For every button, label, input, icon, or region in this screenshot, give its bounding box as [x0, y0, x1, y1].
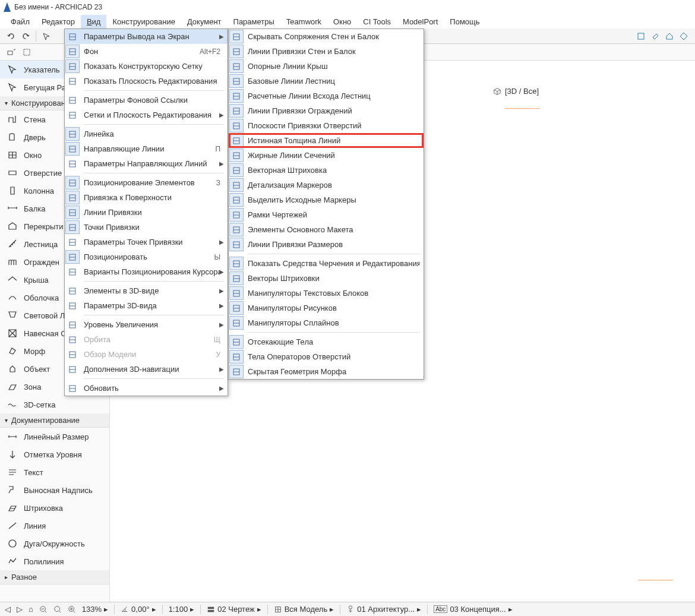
- menu-item[interactable]: Показать Плоскость Редактирования: [65, 74, 228, 89]
- tool-item[interactable]: Дуга/Окруж­ность: [0, 535, 109, 552]
- tool-icon: [6, 345, 19, 358]
- menu-вид[interactable]: Вид: [81, 15, 107, 29]
- menu-item[interactable]: Варианты Позиционирования Курсора▶: [65, 264, 228, 279]
- tool-item[interactable]: Полилиния: [0, 552, 109, 570]
- menu-окно[interactable]: Окно: [327, 15, 357, 29]
- view-tab-3d[interactable]: [3D / Все]: [487, 84, 545, 98]
- menu-item[interactable]: Показать Средства Черчения и Редактирова…: [229, 256, 424, 271]
- tool-icon: [6, 309, 19, 322]
- menu-файл[interactable]: Файл: [5, 15, 36, 29]
- menu-modelport[interactable]: ModelPort: [397, 15, 444, 29]
- menu-item[interactable]: Параметры 3D-вида▶: [65, 298, 228, 313]
- tool-eraser-icon[interactable]: [649, 30, 662, 43]
- zoom-fit-button[interactable]: [53, 605, 62, 614]
- menu-конструирование[interactable]: Конструирование: [106, 15, 181, 29]
- menu-teamwork[interactable]: Teamwork: [280, 15, 327, 29]
- menu-item[interactable]: Векторная Штриховка: [229, 163, 424, 178]
- menu-item[interactable]: Сетки и Плоскость Редактирования▶: [65, 108, 228, 122]
- tool-item[interactable]: Линейный Размер: [0, 428, 109, 446]
- menu-item[interactable]: Манипуляторы Текстовых Блоков: [229, 286, 424, 301]
- menu-item[interactable]: Привязка к Поверхности: [65, 190, 228, 205]
- marquee-mode-icon[interactable]: [20, 46, 33, 59]
- submenu-arrow-icon: ▶: [219, 288, 224, 294]
- tool-cube-icon[interactable]: [634, 30, 647, 43]
- tool-item[interactable]: Отметка Уровня: [0, 446, 109, 463]
- menu-item[interactable]: Показать Конструкторскую Сетку: [65, 59, 228, 74]
- pen-set[interactable]: Abc 03 Концепция... ▸: [434, 605, 512, 614]
- zoom-in-button[interactable]: [68, 605, 76, 614]
- menu-item[interactable]: Рамки Чертежей: [229, 207, 424, 222]
- menu-редактор[interactable]: Редактор: [36, 15, 81, 29]
- menu-item[interactable]: Позиционирование ЭлементовЗ: [65, 175, 228, 190]
- tool-label: Дверь: [24, 133, 46, 142]
- pick-button[interactable]: [40, 30, 53, 43]
- menu-item[interactable]: Направляющие ЛинииП: [65, 141, 228, 156]
- menu-item[interactable]: Параметры Направляющих Линий▶: [65, 156, 228, 171]
- nav-home-button[interactable]: ⌂: [29, 605, 33, 614]
- menu-параметры[interactable]: Параметры: [228, 15, 280, 29]
- menu-item[interactable]: Выделить Исходные Маркеры: [229, 192, 424, 207]
- menu-item[interactable]: Детализация Маркеров: [229, 178, 424, 192]
- misc-group-header[interactable]: ▸Разное: [0, 570, 109, 585]
- tool-item[interactable]: Штриховка: [0, 499, 109, 517]
- menu-item-icon: [229, 149, 244, 162]
- tool-diamond-icon[interactable]: [677, 30, 690, 43]
- zoom-out-button[interactable]: [39, 605, 48, 614]
- menu-документ[interactable]: Документ: [181, 15, 228, 29]
- angle-value[interactable]: 0,00° ▸: [121, 605, 156, 614]
- undo-button[interactable]: [5, 30, 18, 43]
- menu-item[interactable]: Истинная Толщина Линий: [229, 133, 424, 148]
- menu-item[interactable]: Манипуляторы Рисунков: [229, 301, 424, 315]
- menu-item[interactable]: Скрытая Геометрия Морфа: [229, 364, 424, 379]
- menu-item-label: Линии Привязки Размеров: [244, 240, 420, 249]
- menu-помощь[interactable]: Помощь: [444, 15, 485, 29]
- select-mode-icon[interactable]: [5, 46, 18, 59]
- menu-item[interactable]: Линейка: [65, 127, 228, 141]
- redo-button[interactable]: [19, 30, 32, 43]
- menu-item[interactable]: Опорные Линии Крыш: [229, 59, 424, 74]
- menu-item[interactable]: ПозиционироватьЫ: [65, 249, 228, 264]
- menu-item-label: Показать Плоскость Редактирования: [80, 77, 224, 86]
- menu-item[interactable]: Обновить▶: [65, 381, 228, 396]
- menu-item[interactable]: Скрывать Сопряжения Стен и Балок: [229, 29, 424, 44]
- menu-item-icon: [65, 264, 80, 279]
- tool-home-icon[interactable]: [663, 30, 676, 43]
- tool-label: Штриховка: [24, 504, 63, 513]
- menu-item[interactable]: Параметры Точек Привязки▶: [65, 235, 228, 249]
- layer-combo[interactable]: 01 Архитектур... ▸: [346, 605, 421, 614]
- nav-fwd-button[interactable]: ▷: [17, 605, 23, 614]
- tool-item[interactable]: 3D-сетка: [0, 396, 109, 413]
- menu-item[interactable]: Векторы Штриховки: [229, 271, 424, 286]
- menu-item[interactable]: Дополнения 3D-навигации▶: [65, 362, 228, 377]
- menu-item[interactable]: Элементы в 3D-виде▶: [65, 283, 228, 298]
- menu-item[interactable]: Жирные Линии Сечений: [229, 148, 424, 163]
- tool-item[interactable]: Линия: [0, 517, 109, 535]
- view-name[interactable]: 02 Чертеж ▸: [207, 605, 261, 614]
- menu-item[interactable]: Линии Привязки Размеров: [229, 237, 424, 252]
- menu-item[interactable]: Линии Привязки: [65, 205, 228, 220]
- menu-item[interactable]: Линии Привязки Стен и Балок: [229, 44, 424, 59]
- model-scope[interactable]: Вся Модель ▸: [274, 605, 334, 614]
- scale-value[interactable]: 1:100 ▸: [169, 605, 195, 614]
- menu-item[interactable]: Уровень Увеличения▶: [65, 317, 228, 332]
- menu-item[interactable]: Параметры Фоновой Ссылки: [65, 93, 228, 108]
- menu-item-label: Орбита: [80, 335, 210, 344]
- menu-item[interactable]: Параметры Вывода на Экран▶: [65, 29, 228, 44]
- menu-item[interactable]: Тела Операторов Отверстий: [229, 349, 424, 364]
- documentation-group-header[interactable]: ▾Документирование: [0, 413, 109, 428]
- menu-item[interactable]: Элементы Основного Макета: [229, 222, 424, 237]
- tool-item[interactable]: Выносная Надпись: [0, 481, 109, 499]
- menu-ci tools[interactable]: CI Tools: [357, 15, 397, 29]
- menu-item[interactable]: Базовые Линии Лестниц: [229, 74, 424, 89]
- tool-item[interactable]: Текст: [0, 463, 109, 481]
- menu-item[interactable]: Отсекающие Тела: [229, 334, 424, 349]
- menu-item[interactable]: Расчетные Линии Всхода Лестниц: [229, 89, 424, 103]
- menu-item[interactable]: Плоскости Привязки Отверстий: [229, 118, 424, 133]
- zoom-value[interactable]: 133% ▸: [82, 605, 108, 614]
- svg-rect-53: [208, 609, 214, 612]
- nav-back-button[interactable]: ◁: [5, 605, 11, 614]
- menu-item[interactable]: Точки Привязки: [65, 220, 228, 235]
- menu-item[interactable]: Манипуляторы Сплайнов: [229, 315, 424, 330]
- menu-item[interactable]: Линии Привязки Ограждений: [229, 103, 424, 118]
- menu-item[interactable]: ФонAlt+F2: [65, 44, 228, 59]
